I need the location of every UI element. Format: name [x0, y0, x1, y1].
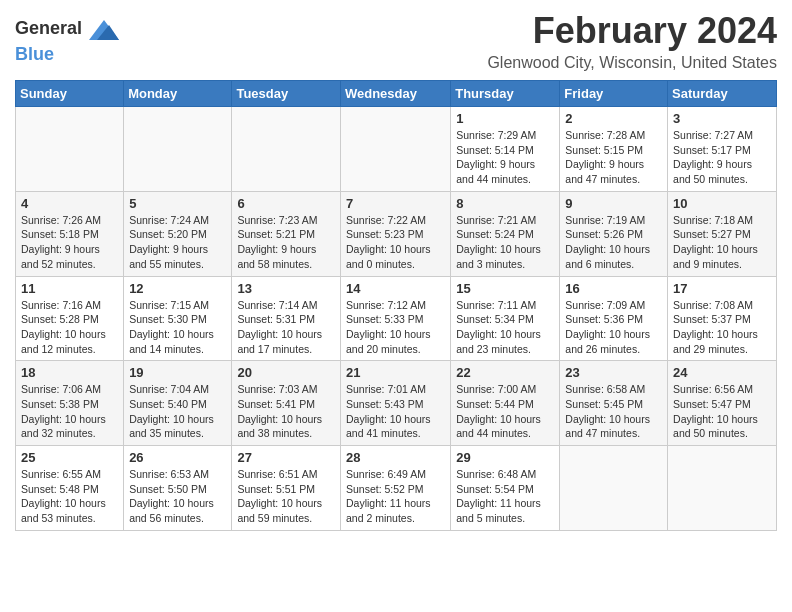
day-info: Sunrise: 7:22 AM Sunset: 5:23 PM Dayligh…	[346, 213, 445, 272]
day-number: 2	[565, 111, 662, 126]
calendar-week-row: 18Sunrise: 7:06 AM Sunset: 5:38 PM Dayli…	[16, 361, 777, 446]
weekday-header-sunday: Sunday	[16, 81, 124, 107]
day-number: 25	[21, 450, 118, 465]
day-info: Sunrise: 7:12 AM Sunset: 5:33 PM Dayligh…	[346, 298, 445, 357]
title-block: February 2024 Glenwood City, Wisconsin, …	[487, 10, 777, 72]
weekday-header-thursday: Thursday	[451, 81, 560, 107]
page-header: General Blue February 2024 Glenwood City…	[15, 10, 777, 72]
day-number: 23	[565, 365, 662, 380]
calendar-cell: 1Sunrise: 7:29 AM Sunset: 5:14 PM Daylig…	[451, 107, 560, 192]
calendar-cell: 4Sunrise: 7:26 AM Sunset: 5:18 PM Daylig…	[16, 191, 124, 276]
calendar-cell: 7Sunrise: 7:22 AM Sunset: 5:23 PM Daylig…	[340, 191, 450, 276]
day-number: 6	[237, 196, 335, 211]
calendar-cell	[340, 107, 450, 192]
calendar-cell	[560, 446, 668, 531]
day-number: 13	[237, 281, 335, 296]
day-info: Sunrise: 6:53 AM Sunset: 5:50 PM Dayligh…	[129, 467, 226, 526]
day-number: 10	[673, 196, 771, 211]
calendar-cell: 28Sunrise: 6:49 AM Sunset: 5:52 PM Dayli…	[340, 446, 450, 531]
day-info: Sunrise: 7:21 AM Sunset: 5:24 PM Dayligh…	[456, 213, 554, 272]
day-number: 27	[237, 450, 335, 465]
calendar-cell: 29Sunrise: 6:48 AM Sunset: 5:54 PM Dayli…	[451, 446, 560, 531]
weekday-header-friday: Friday	[560, 81, 668, 107]
calendar-cell: 10Sunrise: 7:18 AM Sunset: 5:27 PM Dayli…	[668, 191, 777, 276]
day-number: 7	[346, 196, 445, 211]
day-number: 9	[565, 196, 662, 211]
calendar-cell: 21Sunrise: 7:01 AM Sunset: 5:43 PM Dayli…	[340, 361, 450, 446]
day-number: 11	[21, 281, 118, 296]
day-info: Sunrise: 7:28 AM Sunset: 5:15 PM Dayligh…	[565, 128, 662, 187]
day-info: Sunrise: 7:03 AM Sunset: 5:41 PM Dayligh…	[237, 382, 335, 441]
calendar-cell: 14Sunrise: 7:12 AM Sunset: 5:33 PM Dayli…	[340, 276, 450, 361]
calendar-cell: 11Sunrise: 7:16 AM Sunset: 5:28 PM Dayli…	[16, 276, 124, 361]
calendar-cell: 13Sunrise: 7:14 AM Sunset: 5:31 PM Dayli…	[232, 276, 341, 361]
weekday-header-wednesday: Wednesday	[340, 81, 450, 107]
calendar-cell: 22Sunrise: 7:00 AM Sunset: 5:44 PM Dayli…	[451, 361, 560, 446]
day-info: Sunrise: 7:09 AM Sunset: 5:36 PM Dayligh…	[565, 298, 662, 357]
weekday-header-monday: Monday	[124, 81, 232, 107]
day-number: 3	[673, 111, 771, 126]
day-number: 18	[21, 365, 118, 380]
day-info: Sunrise: 7:23 AM Sunset: 5:21 PM Dayligh…	[237, 213, 335, 272]
day-info: Sunrise: 6:55 AM Sunset: 5:48 PM Dayligh…	[21, 467, 118, 526]
calendar-cell: 8Sunrise: 7:21 AM Sunset: 5:24 PM Daylig…	[451, 191, 560, 276]
calendar-cell: 27Sunrise: 6:51 AM Sunset: 5:51 PM Dayli…	[232, 446, 341, 531]
calendar-cell: 26Sunrise: 6:53 AM Sunset: 5:50 PM Dayli…	[124, 446, 232, 531]
day-info: Sunrise: 6:51 AM Sunset: 5:51 PM Dayligh…	[237, 467, 335, 526]
day-number: 14	[346, 281, 445, 296]
day-number: 22	[456, 365, 554, 380]
day-number: 1	[456, 111, 554, 126]
day-number: 12	[129, 281, 226, 296]
weekday-header-row: SundayMondayTuesdayWednesdayThursdayFrid…	[16, 81, 777, 107]
calendar-cell	[668, 446, 777, 531]
day-info: Sunrise: 7:06 AM Sunset: 5:38 PM Dayligh…	[21, 382, 118, 441]
day-number: 8	[456, 196, 554, 211]
calendar-week-row: 11Sunrise: 7:16 AM Sunset: 5:28 PM Dayli…	[16, 276, 777, 361]
calendar-cell: 16Sunrise: 7:09 AM Sunset: 5:36 PM Dayli…	[560, 276, 668, 361]
day-number: 24	[673, 365, 771, 380]
day-info: Sunrise: 7:24 AM Sunset: 5:20 PM Dayligh…	[129, 213, 226, 272]
calendar-cell: 9Sunrise: 7:19 AM Sunset: 5:26 PM Daylig…	[560, 191, 668, 276]
day-info: Sunrise: 6:56 AM Sunset: 5:47 PM Dayligh…	[673, 382, 771, 441]
day-info: Sunrise: 7:14 AM Sunset: 5:31 PM Dayligh…	[237, 298, 335, 357]
day-info: Sunrise: 7:04 AM Sunset: 5:40 PM Dayligh…	[129, 382, 226, 441]
day-number: 28	[346, 450, 445, 465]
day-info: Sunrise: 7:11 AM Sunset: 5:34 PM Dayligh…	[456, 298, 554, 357]
day-number: 21	[346, 365, 445, 380]
day-info: Sunrise: 6:58 AM Sunset: 5:45 PM Dayligh…	[565, 382, 662, 441]
day-info: Sunrise: 7:19 AM Sunset: 5:26 PM Dayligh…	[565, 213, 662, 272]
logo: General Blue	[15, 15, 119, 65]
calendar-table: SundayMondayTuesdayWednesdayThursdayFrid…	[15, 80, 777, 531]
calendar-cell: 24Sunrise: 6:56 AM Sunset: 5:47 PM Dayli…	[668, 361, 777, 446]
calendar-cell: 12Sunrise: 7:15 AM Sunset: 5:30 PM Dayli…	[124, 276, 232, 361]
weekday-header-saturday: Saturday	[668, 81, 777, 107]
calendar-cell	[232, 107, 341, 192]
day-info: Sunrise: 7:18 AM Sunset: 5:27 PM Dayligh…	[673, 213, 771, 272]
location-title: Glenwood City, Wisconsin, United States	[487, 54, 777, 72]
day-number: 16	[565, 281, 662, 296]
day-info: Sunrise: 6:49 AM Sunset: 5:52 PM Dayligh…	[346, 467, 445, 526]
calendar-cell	[124, 107, 232, 192]
day-number: 26	[129, 450, 226, 465]
calendar-week-row: 1Sunrise: 7:29 AM Sunset: 5:14 PM Daylig…	[16, 107, 777, 192]
day-info: Sunrise: 7:26 AM Sunset: 5:18 PM Dayligh…	[21, 213, 118, 272]
day-info: Sunrise: 7:00 AM Sunset: 5:44 PM Dayligh…	[456, 382, 554, 441]
day-info: Sunrise: 7:15 AM Sunset: 5:30 PM Dayligh…	[129, 298, 226, 357]
day-info: Sunrise: 7:27 AM Sunset: 5:17 PM Dayligh…	[673, 128, 771, 187]
month-title: February 2024	[487, 10, 777, 52]
calendar-cell: 5Sunrise: 7:24 AM Sunset: 5:20 PM Daylig…	[124, 191, 232, 276]
day-info: Sunrise: 7:01 AM Sunset: 5:43 PM Dayligh…	[346, 382, 445, 441]
calendar-cell: 19Sunrise: 7:04 AM Sunset: 5:40 PM Dayli…	[124, 361, 232, 446]
calendar-cell: 6Sunrise: 7:23 AM Sunset: 5:21 PM Daylig…	[232, 191, 341, 276]
day-info: Sunrise: 7:08 AM Sunset: 5:37 PM Dayligh…	[673, 298, 771, 357]
logo-general: General	[15, 15, 119, 45]
day-number: 5	[129, 196, 226, 211]
calendar-week-row: 4Sunrise: 7:26 AM Sunset: 5:18 PM Daylig…	[16, 191, 777, 276]
day-number: 20	[237, 365, 335, 380]
calendar-cell: 25Sunrise: 6:55 AM Sunset: 5:48 PM Dayli…	[16, 446, 124, 531]
weekday-header-tuesday: Tuesday	[232, 81, 341, 107]
day-number: 29	[456, 450, 554, 465]
day-number: 4	[21, 196, 118, 211]
day-number: 19	[129, 365, 226, 380]
day-info: Sunrise: 7:29 AM Sunset: 5:14 PM Dayligh…	[456, 128, 554, 187]
